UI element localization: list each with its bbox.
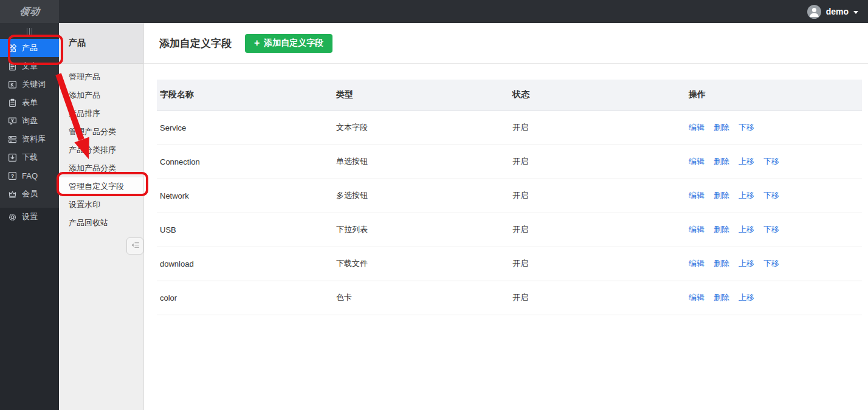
- field-type-cell: 单选按钮: [333, 145, 509, 179]
- move-up-link[interactable]: 上移: [739, 191, 754, 200]
- edit-link[interactable]: 编辑: [689, 259, 704, 268]
- move-down-link[interactable]: 下移: [739, 123, 754, 132]
- sidebar-item-products[interactable]: 产品: [0, 39, 59, 57]
- sidebar-item-faq[interactable]: ?FAQ: [0, 166, 59, 185]
- app-body: 产品文章关键词表单询盘资料库下载?FAQ会员 设置 产品 管理产品添加产品产品排…: [0, 23, 868, 410]
- move-down-link[interactable]: 下移: [763, 259, 779, 268]
- sidebar-item-download[interactable]: 下载: [0, 148, 59, 166]
- sidebar-item-keyword[interactable]: 关键词: [0, 75, 59, 94]
- table-row: Network多选按钮开启编辑删除上移下移: [157, 179, 862, 213]
- column-header: 状态: [509, 80, 686, 111]
- move-up-link[interactable]: 上移: [739, 259, 754, 268]
- status-cell: 开启: [509, 281, 686, 315]
- delete-link[interactable]: 删除: [714, 157, 729, 166]
- member-icon: [8, 190, 17, 199]
- actions-cell: 编辑删除上移下移: [686, 247, 862, 281]
- status-cell: 开启: [509, 213, 686, 247]
- settings-icon: [8, 213, 17, 222]
- menu-fold-button[interactable]: [126, 237, 143, 255]
- move-up-link[interactable]: 上移: [739, 157, 754, 166]
- table-row: USB下拉列表开启编辑删除上移下移: [157, 213, 862, 247]
- actions-cell: 编辑删除上移下移: [686, 145, 862, 179]
- field-type-cell: 下拉列表: [333, 213, 509, 247]
- status-cell: 开启: [509, 179, 686, 213]
- submenu-item[interactable]: 添加产品: [59, 86, 143, 104]
- sidebar-menu-panel: 产品文章关键词表单询盘资料库下载?FAQ会员: [0, 23, 59, 208]
- sidebar-item-label: 询盘: [22, 115, 38, 126]
- actions-cell: 编辑删除下移: [686, 111, 862, 145]
- submenu-item[interactable]: 添加产品分类: [59, 159, 143, 177]
- move-down-link[interactable]: 下移: [763, 225, 779, 234]
- add-button-label: 添加自定义字段: [264, 38, 323, 49]
- field-name-cell: Network: [157, 179, 333, 213]
- library-icon: [8, 135, 17, 144]
- move-up-link[interactable]: 上移: [739, 225, 754, 234]
- submenu-item-label: 管理产品: [69, 72, 100, 83]
- field-type-cell: 色卡: [333, 281, 509, 315]
- edit-link[interactable]: 编辑: [689, 123, 704, 132]
- edit-link[interactable]: 编辑: [689, 225, 704, 234]
- page-title: 添加自定义字段: [159, 36, 232, 50]
- column-header: 字段名称: [157, 80, 333, 111]
- move-up-link[interactable]: 上移: [739, 293, 754, 302]
- faq-icon: ?: [8, 171, 17, 180]
- move-down-link[interactable]: 下移: [763, 191, 779, 200]
- sidebar-item-label: 资料库: [22, 134, 46, 145]
- sidebar-item-label: 会员: [22, 188, 38, 199]
- delete-link[interactable]: 删除: [714, 293, 729, 302]
- user-name: demo: [826, 7, 849, 16]
- download-icon: [8, 153, 17, 162]
- sidebar-item-label: 设置: [22, 211, 38, 222]
- sidebar-collapse-handle[interactable]: [0, 23, 59, 39]
- edit-link[interactable]: 编辑: [689, 293, 704, 302]
- submenu-item-label: 管理自定义字段: [69, 181, 124, 192]
- custom-fields-table: 字段名称类型状态操作 Service文本字段开启编辑删除下移Connection…: [157, 80, 862, 315]
- submenu-item[interactable]: 产品回收站: [59, 214, 143, 232]
- sidebar-item-library[interactable]: 资料库: [0, 130, 59, 148]
- sidebar-item-label: FAQ: [22, 171, 38, 180]
- inquiry-icon: [8, 117, 17, 126]
- sidebar-item-member[interactable]: 会员: [0, 185, 59, 203]
- submenu-item[interactable]: 产品排序: [59, 104, 143, 123]
- submenu-item[interactable]: 管理产品: [59, 68, 143, 86]
- status-cell: 开启: [509, 247, 686, 281]
- sidebar-item-form[interactable]: 表单: [0, 94, 59, 112]
- field-type-cell: 下载文件: [333, 247, 509, 281]
- topbar: 领动 demo: [0, 0, 868, 23]
- table-row: download下载文件开启编辑删除上移下移: [157, 247, 862, 281]
- sidebar-item-label: 文章: [22, 61, 38, 72]
- delete-link[interactable]: 删除: [714, 191, 729, 200]
- menu-fold-icon: [131, 241, 140, 251]
- sidebar-item-settings[interactable]: 设置: [0, 208, 59, 226]
- sidebar-item-article[interactable]: 文章: [0, 57, 59, 75]
- edit-link[interactable]: 编辑: [689, 191, 704, 200]
- submenu-item-label: 管理产品分类: [69, 126, 116, 137]
- delete-link[interactable]: 删除: [714, 123, 729, 132]
- edit-link[interactable]: 编辑: [689, 157, 704, 166]
- delete-link[interactable]: 删除: [714, 259, 729, 268]
- submenu-item-label: 产品回收站: [69, 217, 108, 228]
- primary-sidebar: 产品文章关键词表单询盘资料库下载?FAQ会员 设置: [0, 23, 59, 410]
- svg-text:?: ?: [11, 173, 14, 179]
- field-name-cell: USB: [157, 213, 333, 247]
- sidebar-item-inquiry[interactable]: 询盘: [0, 112, 59, 130]
- main-content: 添加自定义字段 + 添加自定义字段 字段名称类型状态操作 Service文本字段…: [144, 23, 868, 410]
- submenu-item[interactable]: 管理自定义字段: [59, 177, 143, 196]
- submenu-item[interactable]: 产品分类排序: [59, 141, 143, 159]
- submenu-item[interactable]: 管理产品分类: [59, 123, 143, 141]
- delete-link[interactable]: 删除: [714, 225, 729, 234]
- secondary-sidebar: 产品 管理产品添加产品产品排序管理产品分类产品分类排序添加产品分类管理自定义字段…: [59, 23, 144, 410]
- sidebar-item-label: 表单: [22, 97, 38, 108]
- plus-icon: +: [254, 38, 260, 48]
- brand-logo: 领动: [0, 0, 59, 23]
- move-down-link[interactable]: 下移: [763, 157, 779, 166]
- actions-cell: 编辑删除上移: [686, 281, 862, 315]
- add-custom-field-button[interactable]: + 添加自定义字段: [245, 34, 332, 53]
- submenu-item[interactable]: 设置水印: [59, 196, 143, 214]
- form-icon: [8, 98, 17, 108]
- status-cell: 开启: [509, 111, 686, 145]
- submenu-title: 产品: [59, 23, 143, 64]
- products-icon: [8, 44, 17, 53]
- user-menu[interactable]: demo: [807, 5, 858, 19]
- article-icon: [8, 62, 17, 71]
